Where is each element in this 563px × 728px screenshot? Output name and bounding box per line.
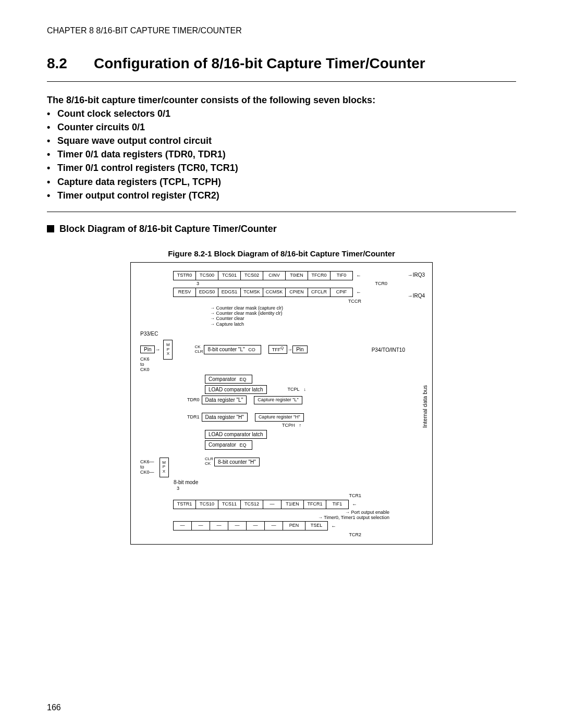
- square-bullet-icon: [47, 225, 54, 232]
- list-item: Timer output control register (TCR2): [47, 189, 516, 202]
- counter-l: 8-bit counter "L" CO: [204, 345, 261, 354]
- load-latch-l: LOAD comparator latch: [205, 385, 267, 394]
- note-line: Counter clear mask (capture clr): [210, 305, 426, 311]
- tcph-label: TCPH: [282, 423, 295, 428]
- reg-bit: CPIF: [330, 288, 353, 297]
- mpx-top: MPX: [163, 340, 173, 360]
- reg-bit: TSTR1: [173, 500, 196, 509]
- rule-mid: [47, 212, 516, 212]
- list-item: Count clock selectors 0/1: [47, 107, 516, 120]
- tcr1-label: TCR1: [349, 493, 361, 498]
- output-notes: → Port output enable → Timer0, Timer1 ou…: [137, 510, 389, 521]
- comparator-l: Comparator EQ: [205, 375, 252, 384]
- reg-bit: TCS00: [195, 271, 218, 280]
- center-stack: Comparator EQ LOAD comparator latch TCPL…: [205, 375, 426, 466]
- tcpl-label: TCPL: [288, 387, 300, 392]
- reg-bit: TIF0: [330, 271, 353, 280]
- note-line: Counter clear mask (identity clr): [210, 311, 426, 316]
- irq4-out: →IRQ4: [408, 293, 425, 299]
- section-heading: 8.2 Configuration of 8/16-bit Capture Ti…: [47, 55, 516, 72]
- rule-top: [47, 81, 516, 82]
- tccr-register: RESV EDGS0 EDGS1 TCMSK CCMSK CPIEN CFCLR…: [174, 288, 426, 297]
- clr-label: CLR: [194, 350, 203, 354]
- tcr0-register: TSTR0 TCS00 TCS01 TCS02 CINV T0IEN TFCR0…: [174, 271, 426, 280]
- capture-reg-l: Capture register "L": [254, 396, 302, 404]
- list-item: Capture data registers (TCPL, TCPH): [47, 175, 516, 189]
- page-number: 166: [47, 703, 61, 712]
- capture-reg-h: Capture register "H": [255, 413, 304, 422]
- intro-text: The 8/16-bit capture timer/counter consi…: [47, 93, 516, 107]
- data-reg-l: Data register "L": [202, 396, 247, 404]
- reg-bit: PEN: [283, 521, 305, 530]
- ck-range-top: CK6 to CK0: [140, 357, 426, 373]
- reg-bit: CFCLR: [308, 288, 331, 297]
- reg-bit: —: [246, 521, 265, 530]
- reg-bit: —: [210, 521, 228, 530]
- note-line: Capture latch: [210, 322, 426, 327]
- reg-bit: CCMSK: [263, 288, 286, 297]
- reg-bit: EDGS0: [195, 288, 218, 297]
- tcr2-label: TCR2: [349, 532, 361, 537]
- mpx-bot: MPX: [160, 458, 169, 477]
- tcr1-register: TSTR1 TCS10 TCS11 TCS12 — T1IEN TFCR1 TI…: [174, 500, 426, 509]
- subheading-text: Block Diagram of 8/16-bit Capture Timer/…: [59, 224, 277, 235]
- reg-bit: TCS02: [240, 271, 263, 280]
- reg-bit: RESV: [173, 288, 196, 297]
- list-item: Timer 0/1 data registers (TDR0, TDR1): [47, 147, 516, 161]
- tdr0-label: TDR0: [187, 398, 200, 403]
- load-latch-h: LOAD comparator latch: [205, 430, 267, 439]
- tccr-label: TCCR: [348, 299, 361, 304]
- subheading: Block Diagram of 8/16-bit Capture Timer/…: [47, 224, 516, 235]
- figure-caption: Figure 8.2-1 Block Diagram of 8/16-bit C…: [47, 249, 516, 258]
- reg-bit: CPIEN: [285, 288, 308, 297]
- irq3-out: →IRQ3: [408, 272, 425, 278]
- pin-right: Pin: [292, 346, 307, 353]
- reg-bit: TCS11: [218, 500, 241, 509]
- reg-bit: TSEL: [305, 521, 328, 530]
- list-item: Timer 0/1 control registers (TCR0, TCR1): [47, 161, 516, 175]
- reg-bit: TCMSK: [240, 288, 263, 297]
- tcr0-label: TCR0: [375, 281, 387, 287]
- reg-bit: T0IEN: [285, 271, 308, 280]
- ck-range-bot: CK6— to CK0—: [140, 460, 154, 475]
- pin-left-label: P33/EC: [140, 331, 426, 337]
- reg-bit: —: [228, 521, 247, 530]
- reg-bit: EDGS1: [218, 288, 241, 297]
- section-number: 8.2: [47, 55, 94, 72]
- reg-bit: —: [191, 521, 210, 530]
- tdr1-label: TDR1: [187, 415, 200, 420]
- comparator-h: Comparator EQ: [205, 440, 252, 450]
- block-diagram: TSTR0 TCS00 TCS01 TCS02 CINV T0IEN TFCR0…: [130, 262, 433, 545]
- list-item: Square wave output control circuit: [47, 134, 516, 147]
- data-reg-h: Data register "H": [202, 413, 248, 422]
- reg-bit: —: [264, 521, 283, 530]
- reg-bit: TFCR1: [303, 500, 326, 509]
- list-item: Counter circuits 0/1: [47, 120, 516, 134]
- bus-width-3: 3: [197, 281, 199, 287]
- reg-bit: TIF1: [326, 500, 349, 509]
- signal-notes: Counter clear mask (capture clr) Counter…: [210, 305, 426, 327]
- tcr2-register: — — — — — — PEN TSEL ←: [174, 521, 426, 530]
- block-list: Count clock selectors 0/1 Counter circui…: [47, 107, 516, 202]
- reg-bit: —: [173, 521, 192, 530]
- reg-bit: TCS01: [218, 271, 241, 280]
- section-title: Configuration of 8/16-bit Capture Timer/…: [94, 55, 425, 72]
- reg-bit: —: [263, 500, 282, 509]
- reg-bit: TFCR0: [308, 271, 331, 280]
- chapter-header: CHAPTER 8 8/16-BIT CAPTURE TIMER/COUNTER: [47, 26, 516, 35]
- mode8-label: 8-bit mode: [174, 479, 426, 485]
- note-line: Counter clear: [210, 316, 426, 321]
- reg-bit: CINV: [263, 271, 286, 280]
- tff-block: TFFQ: [268, 345, 287, 354]
- reg-bit: T1IEN: [281, 500, 304, 509]
- pin-left: Pin: [140, 346, 155, 353]
- reg-bit: TCS12: [240, 500, 263, 509]
- bus-width-3b: 3: [177, 486, 426, 491]
- reg-bit: TCS10: [195, 500, 218, 509]
- ck-label: CK: [205, 462, 213, 466]
- counter-h: 8-bit counter "H": [214, 458, 260, 466]
- internal-bus-label: Internal data bus: [422, 385, 428, 428]
- reg-bit: TSTR0: [173, 271, 196, 280]
